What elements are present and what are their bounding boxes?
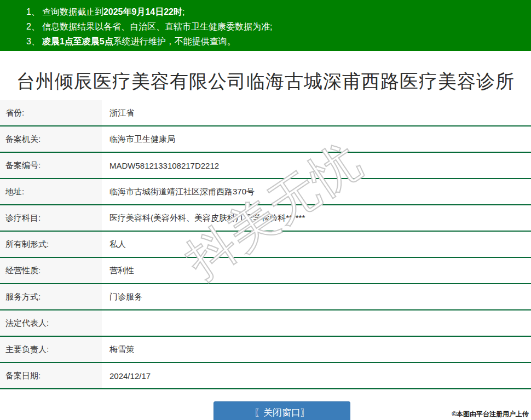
row-label: 所有制形式:	[0, 232, 102, 257]
row-label: 法定代表人:	[0, 310, 102, 336]
row-value: 临海市古城街道靖江社区深甫西路370号	[102, 179, 531, 204]
notice-text: 系统进行维护，不能提供查询。	[113, 37, 236, 46]
row-label: 诊疗科目:	[0, 205, 102, 231]
notice-text: ;	[182, 7, 184, 16]
row-value: 浙江省	[102, 100, 531, 125]
row-value: 私人	[102, 232, 531, 257]
row-value: 营利性	[102, 258, 531, 283]
row-label: 备案日期:	[0, 363, 102, 388]
table-row-address: 地址: 临海市古城街道靖江社区深甫西路370号	[0, 179, 531, 205]
row-label: 备案机关:	[0, 126, 102, 152]
notice-number: 1、	[26, 7, 40, 16]
notice-text-bold: 2025年9月14日22时	[103, 7, 182, 16]
page-title: 台州倾辰医疗美容有限公司临海古城深甫西路医疗美容诊所	[0, 69, 531, 94]
notice-number: 2、	[26, 22, 40, 31]
notice-line-2: 2、信息数据结果以各省、自治区、直辖市卫生健康委数据为准;	[26, 19, 526, 34]
row-value: 梅雪策	[102, 337, 531, 362]
notice-number: 3、	[26, 37, 40, 46]
table-row-ownership-form: 所有制形式: 私人	[0, 232, 531, 258]
copyright-note: ©本图由平台注册用户上传	[452, 410, 529, 419]
close-window-button[interactable]: 〖关闭窗口〗	[213, 401, 350, 420]
row-value	[102, 310, 531, 336]
notice-line-1: 1、查询数据截止到2025年9月14日22时;	[26, 4, 526, 19]
notice-text: 信息数据结果以各省、自治区、直辖市卫生健康委数据为准;	[42, 22, 272, 31]
row-value: 2024/12/17	[102, 363, 531, 388]
row-label: 主要负责人:	[0, 337, 102, 362]
notice-text: 查询数据截止到	[42, 7, 103, 16]
table-row-filing-authority: 备案机关: 临海市卫生健康局	[0, 126, 531, 153]
row-label: 服务方式:	[0, 284, 102, 309]
table-row-business-nature: 经营性质: 营利性	[0, 258, 531, 284]
row-label: 经营性质:	[0, 258, 102, 283]
table-row-service-mode: 服务方式: 门诊服务	[0, 284, 531, 310]
table-row-principal: 主要负责人: 梅雪策	[0, 337, 531, 363]
notice-text-bold: 凌晨1点至凌晨5点	[42, 37, 113, 46]
row-value: 医疗美容科(美容外科、美容皮肤科) | 医学检验科******	[102, 205, 531, 231]
notice-line-3: 3、凌晨1点至凌晨5点系统进行维护，不能提供查询。	[26, 34, 526, 49]
row-value: MADW5812133108217D2212	[102, 153, 531, 178]
row-label: 省份:	[0, 100, 102, 125]
table-row-filing-date: 备案日期: 2024/12/17	[0, 363, 531, 389]
table-row-legal-representative: 法定代表人:	[0, 310, 531, 337]
table-row-province: 省份: 浙江省	[0, 100, 531, 126]
table-row-filing-number: 备案编号: MADW5812133108217D2212	[0, 153, 531, 179]
table-row-treatment-subjects: 诊疗科目: 医疗美容科(美容外科、美容皮肤科) | 医学检验科******	[0, 205, 531, 232]
row-value: 临海市卫生健康局	[102, 126, 531, 152]
info-table: 省份: 浙江省 备案机关: 临海市卫生健康局 备案编号: MADW5812133…	[0, 100, 531, 389]
row-label: 备案编号:	[0, 153, 102, 178]
notice-bar: 1、查询数据截止到2025年9月14日22时; 2、信息数据结果以各省、自治区、…	[0, 0, 531, 51]
row-label: 地址:	[0, 179, 102, 204]
row-value: 门诊服务	[102, 284, 531, 309]
